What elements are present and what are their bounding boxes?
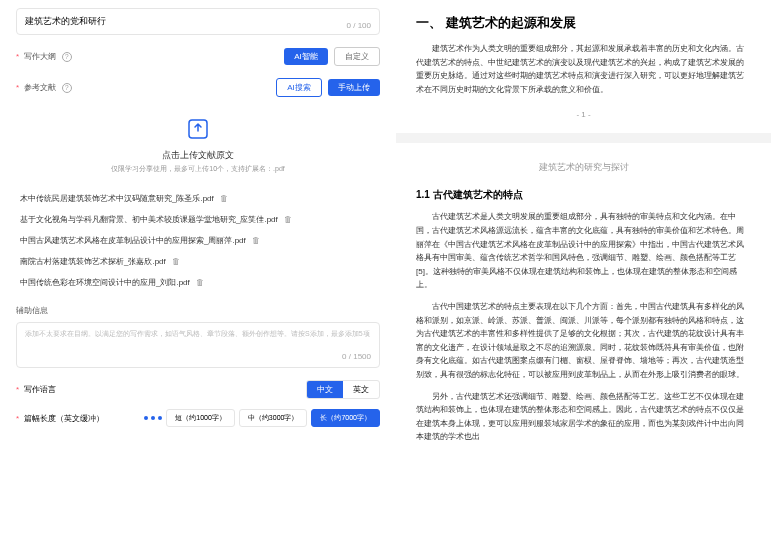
ai-generate-button[interactable]: AI智能: [284, 48, 328, 65]
file-name: 木中传统民居建筑装饰艺术中汉码随意研究_陈圣乐.pdf: [20, 193, 214, 204]
file-item: 南院古村落建筑装饰艺术探析_张嘉欣.pdf🗑: [20, 251, 376, 272]
file-list: 木中传统民居建筑装饰艺术中汉码随意研究_陈圣乐.pdf🗑 基于文化视角与学科凡翻…: [16, 188, 380, 293]
title-input-row[interactable]: 建筑艺术的党和研行 0 / 100: [16, 8, 380, 35]
file-name: 基于文化视角与学科凡翻背景、初中美术较质课题学堂地研究_应笑佳.pdf: [20, 214, 278, 225]
aux-section: 辅助信息 添加不太要求在目纲。以满足您的写作需求，如语气风格、章节段落、额外创作…: [16, 305, 380, 368]
outline-label: 写作大纲: [24, 52, 56, 61]
delete-icon[interactable]: 🗑: [172, 257, 180, 266]
file-item: 基于文化视角与学科凡翻背景、初中美术较质课题学堂地研究_应笑佳.pdf🗑: [20, 209, 376, 230]
article-h3: 1.1 古代建筑艺术的特点: [416, 188, 751, 202]
required-mark: *: [16, 385, 19, 394]
file-item: 木中传统民居建筑装饰艺术中汉码随意研究_陈圣乐.pdf🗑: [20, 188, 376, 209]
language-toggle: 中文 英文: [306, 380, 380, 399]
dropzone-subtitle: 仅限学习分享使用，最多可上传10个，支持扩展名：.pdf: [16, 164, 380, 174]
language-row: * 写作语言 中文 英文: [16, 380, 380, 399]
length-label: 篇幅长度（英文缓冲）: [24, 414, 104, 423]
style-label: 写作语言: [24, 385, 56, 394]
aux-counter: 0 / 1500: [342, 351, 371, 363]
article-paragraph: 古代建筑艺术是人类文明发展的重要组成部分，具有独特的审美特点和文化内涵。在中国，…: [416, 210, 751, 292]
refs-label: 参考文献: [24, 83, 56, 92]
upload-dropzone[interactable]: 点击上传文献原文 仅限学习分享使用，最多可上传10个，支持扩展名：.pdf: [16, 103, 380, 188]
delete-icon[interactable]: 🗑: [196, 278, 204, 287]
aux-placeholder: 添加不太要求在目纲。以满足您的写作需求，如语气风格、章节段落、额外创作想等。请按…: [25, 330, 370, 337]
length-short-button[interactable]: 短（约1000字）: [166, 409, 235, 427]
required-mark: *: [16, 414, 19, 423]
title-counter: 0 / 100: [347, 21, 371, 30]
delete-icon[interactable]: 🗑: [252, 236, 260, 245]
required-mark: *: [16, 52, 19, 61]
info-icon[interactable]: ?: [62, 83, 72, 93]
length-row: * 篇幅长度（英文缓冲） 短（约1000字） 中（约3000字） 长（约7000…: [16, 409, 380, 427]
article-center-subtitle: 建筑艺术的研究与探讨: [416, 161, 751, 174]
aux-textarea[interactable]: 添加不太要求在目纲。以满足您的写作需求，如语气风格、章节段落、额外创作想等。请按…: [16, 322, 380, 368]
file-name: 中国古风建筑艺术风格在皮革制品设计中的应用探索_周丽萍.pdf: [20, 235, 246, 246]
title-input-value: 建筑艺术的党和研行: [25, 16, 106, 26]
length-mid-button[interactable]: 中（约3000字）: [239, 409, 308, 427]
delete-icon[interactable]: 🗑: [220, 194, 228, 203]
article-h2: 一、 建筑艺术的起源和发展: [416, 14, 751, 32]
required-mark: *: [16, 83, 19, 92]
ai-search-button[interactable]: AI搜索: [276, 78, 322, 97]
article-paragraph: 古代中国建筑艺术的特点主要表现在以下几个方面：首先，中国古代建筑具有多样化的风格…: [416, 300, 751, 382]
scroll-dots: [144, 416, 162, 420]
page-separator: [396, 133, 771, 143]
lang-cn-button[interactable]: 中文: [307, 381, 343, 398]
delete-icon[interactable]: 🗑: [284, 215, 292, 224]
article-paragraph: 建筑艺术作为人类文明的重要组成部分，其起源和发展承载着丰富的历史和文化内涵。古代…: [416, 42, 751, 96]
article-preview: 一、 建筑艺术的起源和发展 建筑艺术作为人类文明的重要组成部分，其起源和发展承载…: [396, 0, 771, 540]
file-name: 南院古村落建筑装饰艺术探析_张嘉欣.pdf: [20, 256, 166, 267]
length-long-button[interactable]: 长（约7000字）: [311, 409, 380, 427]
file-name: 中国传统色彩在环境空间设计中的应用_刘阳.pdf: [20, 277, 190, 288]
dropzone-title: 点击上传文献原文: [16, 149, 380, 162]
lang-en-button[interactable]: 英文: [343, 381, 379, 398]
references-section: * 参考文献 ? AI搜索 手动上传 点击上传文献原文 仅限学习分享使用，最多可…: [16, 78, 380, 293]
aux-label: 辅助信息: [16, 305, 48, 316]
manual-upload-button[interactable]: 手动上传: [328, 79, 380, 96]
outline-section: * 写作大纲 ? AI智能 自定义: [16, 47, 380, 66]
custom-button[interactable]: 自定义: [334, 47, 380, 66]
page-indicator: - 1 -: [416, 110, 751, 119]
info-icon[interactable]: ?: [62, 52, 72, 62]
file-item: 中国古风建筑艺术风格在皮革制品设计中的应用探索_周丽萍.pdf🗑: [20, 230, 376, 251]
upload-icon: [186, 117, 210, 141]
article-paragraph: 另外，古代建筑艺术还强调细节、雕塑、绘画、颜色搭配等工艺。这些工艺不仅体现在建筑…: [416, 390, 751, 444]
file-item: 中国传统色彩在环境空间设计中的应用_刘阳.pdf🗑: [20, 272, 376, 293]
